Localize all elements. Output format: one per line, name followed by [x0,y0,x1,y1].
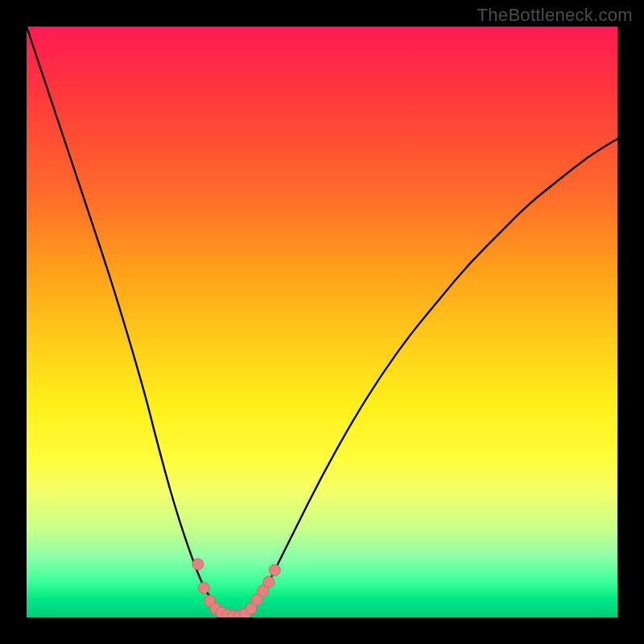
marker-point [192,559,204,570]
chart-frame: TheBottleneck.com [0,0,644,644]
watermark-text: TheBottleneck.com [477,5,633,26]
marker-point [263,576,275,588]
curve-markers [192,559,280,617]
marker-point [269,564,280,576]
plot-area [27,27,617,617]
bottleneck-curve [27,27,617,617]
marker-point [198,582,209,593]
curve-layer [27,27,617,617]
